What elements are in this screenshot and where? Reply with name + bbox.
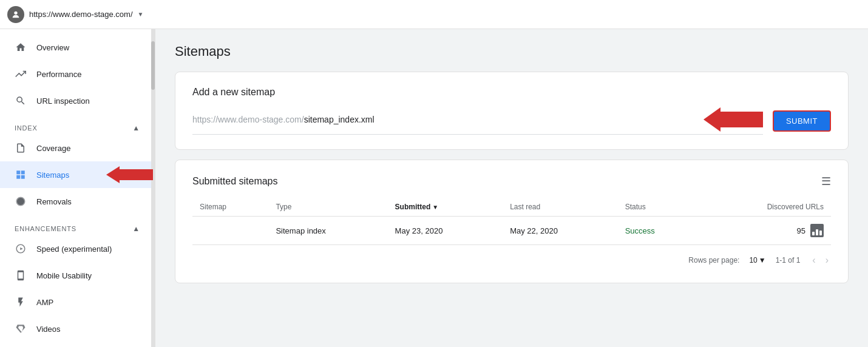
sidebar: Overview Performance URL inspection Inde… [0, 29, 155, 347]
cell-last-read: May 22, 2020 [503, 217, 618, 245]
sidebar-item-label: Videos [36, 325, 61, 334]
sidebar-item-label: Performance [36, 70, 81, 79]
cell-sitemap [192, 217, 268, 245]
rows-per-page-label: Rows per page: [688, 256, 739, 264]
bar-chart-icon[interactable] [810, 224, 824, 237]
add-sitemap-card: Add a new sitemap https://www.demo-stage… [175, 72, 849, 150]
col-type: Type [268, 198, 387, 217]
sidebar-scrollbar[interactable] [151, 29, 155, 347]
sidebar-item-label: Removals [36, 197, 72, 206]
sidebar-item-performance[interactable]: Performance [0, 61, 155, 87]
sidebar-item-removals[interactable]: Removals [0, 188, 155, 215]
svg-point-0 [14, 11, 17, 14]
account-url: https://www.demo-stage.com/ [29, 10, 133, 19]
input-arrow-body [721, 112, 763, 127]
submitted-sitemaps-header: Submitted sitemaps ☰ [192, 175, 831, 188]
sidebar-item-label: Mobile Usability [36, 271, 92, 280]
pagination-row: Rows per page: 10 ▼ 1-1 of 1 ‹ › [192, 245, 831, 268]
submitted-sitemaps-card: Submitted sitemaps ☰ Sitemap Type [175, 160, 849, 283]
cell-submitted: May 23, 2020 [388, 217, 503, 245]
sidebar-item-mobile[interactable]: Mobile Usability [0, 262, 155, 289]
sidebar-item-label: AMP [36, 298, 53, 307]
input-arrow-annotation [704, 107, 763, 132]
sidebar-item-overview[interactable]: Overview [0, 34, 155, 61]
table-row: Sitemap index May 23, 2020 May 22, 2020 … [192, 217, 831, 245]
sidebar-item-label: Speed (experimental) [36, 244, 112, 254]
cell-discovered-urls: 95 [700, 217, 832, 245]
enhancements-section-title: Enhancements [15, 225, 76, 232]
col-status: Status [618, 198, 700, 217]
enhancements-section-header: Enhancements ▲ [0, 215, 155, 235]
index-section-title: Index [15, 124, 38, 132]
sidebar-item-label: Coverage [36, 144, 70, 153]
main-content: Sitemaps Add a new sitemap https://www.d… [155, 29, 868, 347]
cell-type: Sitemap index [268, 217, 387, 245]
main-layout: Overview Performance URL inspection Inde… [0, 29, 868, 347]
bolt-icon [15, 296, 27, 308]
sidebar-item-videos[interactable]: Videos [0, 315, 155, 342]
pagination-nav: ‹ › [810, 252, 831, 268]
submitted-sitemaps-title: Submitted sitemaps [192, 176, 278, 187]
sidebar-item-coverage[interactable]: Coverage [0, 135, 155, 161]
pagination-range: 1-1 of 1 [776, 256, 801, 264]
rows-per-page-select[interactable]: 10 ▼ [749, 256, 765, 264]
block-icon [15, 195, 27, 207]
home-icon [15, 41, 27, 53]
index-section-collapse[interactable]: ▲ [132, 124, 140, 132]
col-submitted[interactable]: Submitted ▼ [388, 198, 503, 217]
submit-button[interactable]: SUBMIT [773, 110, 831, 132]
rows-select-chevron: ▼ [759, 256, 766, 264]
search-icon [15, 95, 27, 107]
enhancements-section-collapse[interactable]: ▲ [132, 224, 140, 233]
grid-icon [15, 169, 27, 181]
sitemap-input-container: https://www.demo-stage.com/ [192, 107, 763, 135]
diamond-icon [15, 323, 27, 335]
sidebar-arrow-body [120, 169, 153, 180]
trending-up-icon [15, 68, 27, 80]
phone-icon [15, 269, 27, 281]
sitemap-input[interactable] [304, 112, 696, 127]
sitemaps-table: Sitemap Type Submitted ▼ Last re [192, 198, 831, 245]
account-selector[interactable]: https://www.demo-stage.com/ ▼ [7, 6, 143, 23]
sidebar-arrow-head [106, 166, 120, 183]
sidebar-item-url-inspection[interactable]: URL inspection [0, 87, 155, 114]
sidebar-item-label: Sitemaps [36, 170, 69, 180]
add-sitemap-title: Add a new sitemap [192, 87, 831, 98]
sidebar-item-sitemaps[interactable]: Sitemaps [0, 161, 155, 188]
col-last-read: Last read [503, 198, 618, 217]
filter-icon[interactable]: ☰ [821, 175, 831, 188]
speed-icon [15, 243, 27, 255]
sidebar-item-label: Overview [36, 43, 69, 52]
pagination-next-button[interactable]: › [823, 252, 831, 268]
index-section-header: Index ▲ [0, 114, 155, 135]
cell-status: Success [618, 217, 700, 245]
sidebar-item-speed[interactable]: Speed (experimental) [0, 235, 155, 262]
sidebar-item-amp[interactable]: AMP [0, 289, 155, 315]
col-sitemap: Sitemap [192, 198, 268, 217]
avatar [7, 6, 24, 23]
sitemap-prefix: https://www.demo-stage.com/ [192, 115, 304, 124]
sidebar-scrollbar-thumb [151, 41, 155, 90]
page-title: Sitemaps [175, 44, 849, 59]
sort-arrow-icon: ▼ [432, 204, 438, 211]
topbar: https://www.demo-stage.com/ ▼ [0, 0, 868, 29]
col-discovered-urls: Discovered URLs [700, 198, 832, 217]
pagination-prev-button[interactable]: ‹ [810, 252, 818, 268]
input-arrow-head [704, 107, 721, 132]
chevron-down-icon: ▼ [138, 11, 144, 18]
file-icon [15, 142, 27, 154]
sidebar-item-label: URL inspection [36, 96, 90, 106]
